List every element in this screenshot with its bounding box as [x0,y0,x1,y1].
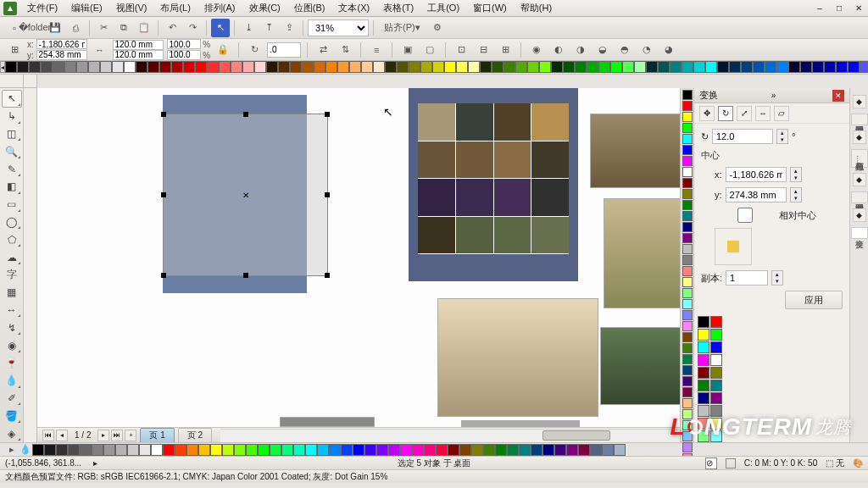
crop-tool[interactable]: ◫ [2,125,22,143]
color-swatch[interactable] [432,61,444,73]
shape-tool[interactable]: ↳ [2,108,22,125]
color-swatch[interactable] [329,444,341,456]
color-swatch[interactable] [100,61,112,73]
color-swatch[interactable] [682,321,693,331]
print-icon[interactable]: ⎙ [66,19,85,37]
color-swatch[interactable] [317,444,329,456]
ungroup-icon[interactable]: ⊟ [474,41,492,59]
color-swatch[interactable] [682,299,693,309]
color-swatch[interactable] [698,341,709,353]
color-swatch[interactable] [507,444,519,456]
color-swatch[interactable] [515,61,527,73]
menu-tools[interactable]: 工具(O) [420,0,466,16]
color-swatch[interactable] [210,444,222,456]
save-icon[interactable]: 💾 [46,19,64,37]
color-swatch[interactable] [314,61,326,73]
color-swatch[interactable] [551,61,563,73]
group-icon[interactable]: ⊡ [452,41,470,59]
photo-4[interactable] [600,327,680,405]
color-swatch[interactable] [710,392,722,404]
object-y[interactable] [36,50,87,60]
ellipse-tool[interactable]: ◯ [2,214,22,231]
color-swatch[interactable] [409,61,420,73]
image-grid[interactable] [418,103,569,254]
rotation-angle-input[interactable] [712,129,773,144]
color-swatch[interactable] [198,444,210,456]
color-swatch[interactable] [682,145,693,155]
color-swatch[interactable] [388,444,400,456]
color-swatch[interactable] [373,61,385,73]
undo-icon[interactable]: ↶ [163,19,181,37]
color-swatch[interactable] [765,61,776,73]
color-swatch[interactable] [698,316,709,328]
docker-tab-icon-1[interactable]: ◆ [853,95,866,108]
doc-palette-eyedropper-icon[interactable]: 💧 [19,444,32,456]
horizontal-scrollbar[interactable] [220,429,680,442]
photo-1[interactable] [590,114,680,188]
anchor-grid[interactable] [715,228,752,265]
outline-tool[interactable]: ✐ [2,390,22,408]
color-swatch[interactable] [80,444,92,456]
smart-fill-tool[interactable]: ◧ [2,178,22,196]
color-swatch[interactable] [147,61,159,73]
minimize-button[interactable]: – [810,3,829,14]
color-swatch[interactable] [705,61,717,73]
menu-layout[interactable]: 布局(L) [153,0,197,16]
color-swatch[interactable] [519,444,531,456]
cut-icon[interactable]: ✂ [94,19,113,37]
docker-close-icon[interactable]: ✕ [832,90,844,102]
apply-button[interactable]: 应用 [785,291,843,309]
color-swatch[interactable] [563,61,575,73]
object-x[interactable] [36,39,87,49]
simplify-icon[interactable]: ◒ [593,41,612,59]
menu-file[interactable]: 文件(F) [20,0,64,16]
color-swatch[interactable] [860,61,868,73]
color-swatch[interactable] [622,61,634,73]
color-swatch[interactable] [278,61,290,73]
freehand-tool[interactable]: ✎ [2,160,22,178]
color-swatch[interactable] [710,380,722,391]
color-swatch[interactable] [364,444,376,456]
rectangle-tool[interactable]: ▭ [2,196,22,214]
docker-tab-symbol[interactable]: 符号管理器 [851,114,868,125]
color-swatch[interactable] [163,444,175,456]
color-swatch[interactable] [542,444,554,456]
import-icon[interactable]: ⤓ [239,19,258,37]
docker-tab-icon-2[interactable]: ◆ [853,130,866,144]
outline-swatch-icon[interactable] [726,458,736,469]
color-swatch[interactable] [293,444,305,456]
photo-5[interactable] [280,417,375,427]
align-icon[interactable]: ≡ [367,41,386,59]
selected-group[interactable]: ✕ [163,114,328,276]
color-swatch[interactable] [848,61,860,73]
color-swatch[interactable] [634,61,646,73]
menu-window[interactable]: 窗口(W) [466,0,514,16]
color-swatch[interactable] [531,444,542,456]
color-swatch[interactable] [186,444,198,456]
color-swatch[interactable] [504,61,515,73]
color-swatch[interactable] [682,90,693,100]
color-swatch[interactable] [41,61,53,73]
color-swatch[interactable] [127,444,139,456]
paste-icon[interactable]: 📋 [135,19,153,37]
scale-x[interactable] [167,39,201,49]
color-swatch[interactable] [682,178,693,188]
color-swatch[interactable] [682,244,693,254]
docker-tab-transform[interactable]: 变换 [851,227,868,239]
color-swatch[interactable] [468,61,480,73]
color-swatch[interactable] [195,61,207,73]
color-swatch[interactable] [682,189,693,199]
maximize-button[interactable]: □ [830,3,849,14]
center-x-input[interactable] [726,167,787,182]
color-swatch[interactable] [682,167,693,177]
color-swatch[interactable] [44,444,56,456]
docker-tab-color[interactable]: 颜色与分布... [851,149,868,168]
menu-bitmap[interactable]: 位图(B) [287,0,332,16]
color-swatch[interactable] [710,316,722,328]
color-swatch[interactable] [397,61,409,73]
photo-3[interactable] [437,298,598,417]
zoom-tool[interactable]: 🔍 [2,142,22,160]
weld-icon[interactable]: ◉ [527,41,546,59]
pick-tool-icon[interactable]: ↖ [211,19,230,37]
front-minus-icon[interactable]: ◓ [615,41,634,59]
